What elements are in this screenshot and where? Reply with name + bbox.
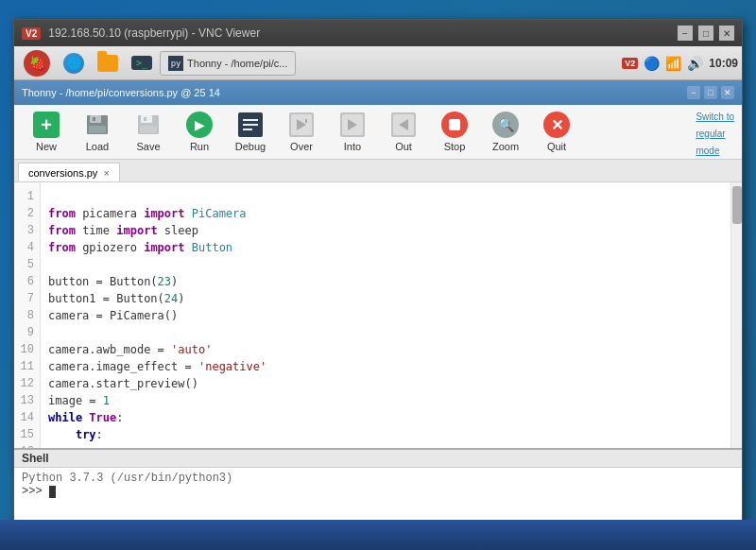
taskbar-time: 10:09	[709, 57, 738, 70]
code-line-4: from gpiozero import Button	[48, 239, 723, 256]
step-into-button[interactable]: Into	[328, 109, 377, 156]
volume-icon: 🔊	[687, 56, 703, 71]
folder-icon	[97, 55, 118, 72]
desktop: V2 192.168.50.10 (raspberrypi) - VNC Vie…	[0, 0, 756, 550]
stop-icon	[441, 112, 468, 138]
new-icon: +	[33, 112, 60, 138]
shell-header: Shell	[14, 450, 742, 468]
svg-rect-9	[243, 119, 258, 121]
thonny-maximize-button[interactable]: □	[704, 86, 717, 99]
vnc-maximize-button[interactable]: □	[698, 26, 713, 41]
svg-rect-2	[93, 117, 95, 121]
editor-scrollbar[interactable]	[730, 182, 742, 448]
rpi-browser-button[interactable]: 🌐	[58, 50, 90, 77]
scrollbar-thumb[interactable]	[732, 186, 742, 224]
vnc-window-controls: − □ ✕	[678, 26, 734, 41]
code-line-13: image = 1	[48, 392, 723, 409]
vnc-titlebar: V2 192.168.50.10 (raspberrypi) - VNC Vie…	[14, 20, 742, 46]
save-icon	[135, 112, 162, 138]
rpi-menu-button[interactable]: 🍓	[18, 50, 56, 77]
svg-rect-6	[144, 117, 146, 121]
switch-mode-container: Switch to regular mode	[696, 107, 734, 158]
debug-icon	[237, 112, 264, 138]
into-label: Into	[344, 141, 361, 152]
load-label: Load	[86, 141, 109, 152]
line-numbers: 1 2 3 4 5 6 7 8 9 10 11 12 13 14 15 16	[14, 182, 41, 448]
thonny-title-text: Thonny - /home/pi/conversions.py @ 25 14	[22, 87, 687, 98]
thonny-titlebar: Thonny - /home/pi/conversions.py @ 25 14…	[14, 80, 742, 105]
raspberry-icon: 🍓	[24, 50, 50, 77]
thonny-close-button[interactable]: ✕	[721, 86, 734, 99]
editor-area: 1 2 3 4 5 6 7 8 9 10 11 12 13 14 15 16	[14, 182, 742, 448]
over-label: Over	[290, 141, 313, 152]
shell-cursor	[49, 486, 56, 498]
code-line-3: from time import sleep	[48, 222, 723, 239]
shell-python-version: Python 3.7.3 (/usr/bin/python3)	[22, 472, 734, 485]
thonny-taskbar-label: Thonny - /home/pi/c...	[187, 58, 287, 69]
out-label: Out	[395, 141, 412, 152]
wifi-icon: 📶	[665, 56, 681, 71]
load-icon	[84, 112, 111, 138]
win7-taskbar	[0, 520, 756, 550]
svg-rect-13	[305, 119, 307, 123]
switch-mode-link[interactable]: Switch to regular mode	[696, 112, 734, 156]
code-line-12: camera.start_preview()	[48, 375, 723, 392]
save-label: Save	[136, 141, 160, 152]
terminal-icon: >_	[131, 56, 152, 70]
run-label: Run	[190, 141, 209, 152]
quit-button[interactable]: ✕ Quit	[532, 109, 581, 156]
code-line-2: from picamera import PiCamera	[48, 205, 723, 222]
thonny-window-controls: − □ ✕	[687, 86, 734, 99]
code-editor[interactable]: from picamera import PiCamera from time …	[41, 182, 730, 448]
rpi-terminal-button[interactable]: >_	[126, 50, 158, 77]
code-line-14: while True:	[48, 409, 723, 426]
quit-label: Quit	[547, 141, 566, 152]
stop-button[interactable]: Stop	[430, 109, 479, 156]
browser-icon: 🌐	[63, 53, 84, 74]
rpi-files-button[interactable]	[92, 50, 124, 77]
run-button[interactable]: ▶ Run	[175, 109, 224, 156]
debug-button[interactable]: Debug	[226, 109, 275, 156]
zoom-button[interactable]: 🔍 Zoom	[481, 109, 530, 156]
run-icon: ▶	[186, 112, 213, 138]
vnc-icon-small: V2	[622, 58, 638, 69]
save-button[interactable]: Save	[124, 109, 173, 156]
tab-filename: conversions.py	[28, 167, 97, 179]
step-out-button[interactable]: Out	[379, 109, 428, 156]
code-line-8: camera = PiCamera()	[48, 307, 723, 324]
svg-rect-11	[243, 129, 252, 130]
load-button[interactable]: Load	[73, 109, 122, 156]
thonny-window: Thonny - /home/pi/conversions.py @ 25 14…	[14, 80, 742, 533]
code-line-7: button1 = Button(24)	[48, 290, 723, 307]
code-line-6: button = Button(23)	[48, 273, 723, 290]
code-line-11: camera.image_effect = 'negative'	[48, 358, 723, 375]
zoom-icon: 🔍	[492, 112, 519, 138]
svg-rect-7	[140, 126, 157, 133]
bluetooth-icon: 🔵	[644, 56, 660, 71]
shell-prompt: >>>	[22, 485, 49, 498]
thonny-minimize-button[interactable]: −	[687, 86, 700, 99]
vnc-minimize-button[interactable]: −	[678, 26, 693, 41]
shell-prompt-line: >>>	[22, 485, 734, 498]
svg-rect-3	[89, 126, 106, 133]
vnc-logo: V2	[22, 27, 41, 40]
new-button[interactable]: + New	[22, 109, 71, 156]
quit-icon: ✕	[543, 112, 570, 138]
vnc-close-button[interactable]: ✕	[719, 26, 734, 41]
file-tab[interactable]: conversions.py ×	[18, 163, 120, 181]
step-over-button[interactable]: Over	[277, 109, 326, 156]
taskbar-right: V2 🔵 📶 🔊 10:09	[622, 56, 738, 71]
stop-label: Stop	[444, 141, 466, 152]
thonny-taskbar-button[interactable]: py Thonny - /home/pi/c...	[160, 51, 296, 76]
new-label: New	[36, 141, 57, 152]
code-line-5	[48, 256, 723, 273]
code-line-9	[48, 324, 723, 341]
rpi-taskbar: 🍓 🌐 >_ py Thonny - /home/pi/c... V2 🔵 📶 …	[14, 46, 742, 80]
step-over-icon	[288, 112, 315, 138]
code-line-15: try:	[48, 426, 723, 443]
tab-close-button[interactable]: ×	[103, 167, 109, 179]
code-line-1	[48, 188, 723, 205]
zoom-label: Zoom	[492, 141, 519, 152]
tab-bar: conversions.py ×	[14, 160, 742, 182]
step-into-icon	[339, 112, 366, 138]
